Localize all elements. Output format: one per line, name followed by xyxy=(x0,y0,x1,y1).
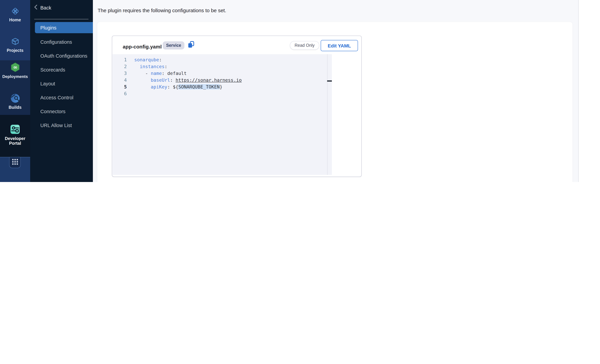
read-only-pill: Read Only xyxy=(290,41,319,50)
plugin-config-card: app-config.yaml Service Read Only Edit Y… xyxy=(97,22,572,182)
sidebar-item-label: URL Allow List xyxy=(40,123,72,128)
sidebar-divider xyxy=(34,19,88,19)
right-rail xyxy=(578,0,600,182)
edit-yaml-button[interactable]: Edit YAML xyxy=(321,40,358,51)
overview-marker xyxy=(327,80,332,82)
sidebar-item-url-allow-list[interactable]: URL Allow List xyxy=(40,123,72,128)
rail-item-home[interactable]: Home xyxy=(0,7,30,22)
developer-portal-icon xyxy=(10,131,20,136)
rail-item-label: Portal xyxy=(0,141,30,146)
home-icon xyxy=(11,12,19,17)
back-label: Back xyxy=(40,5,51,10)
sidebar-item-label: OAuth Configurations xyxy=(40,53,87,59)
service-badge: Service xyxy=(163,41,185,49)
settings-sidebar: Back Plugins Configurations OAuth Config… xyxy=(30,0,93,182)
sidebar-item-access-control[interactable]: Access Control xyxy=(40,95,73,100)
code-line: 4 baseUrl: https://sonar.harness.io xyxy=(112,77,331,83)
sidebar-item-label: Connectors xyxy=(40,109,66,114)
rail-item-label: Developer xyxy=(0,136,30,141)
code-line: 2 instances: xyxy=(112,63,331,70)
code-editor[interactable]: 1sonarqube:2 instances:3 - name: default… xyxy=(112,54,331,175)
sidebar-item-configurations[interactable]: Configurations xyxy=(40,39,72,45)
rail-item-label: Projects xyxy=(0,48,30,53)
copy-icon[interactable] xyxy=(188,41,195,49)
editor-overview-ruler[interactable] xyxy=(328,54,332,175)
sidebar-item-label: Access Control xyxy=(40,95,73,100)
rail-item-builds[interactable]: Builds xyxy=(0,93,30,110)
sidebar-item-layout[interactable]: Layout xyxy=(40,81,55,86)
rail-item-deployments[interactable]: ∞ Deployments xyxy=(0,62,30,79)
module-picker-button[interactable] xyxy=(9,157,21,168)
chevron-left-icon xyxy=(34,4,38,11)
svg-text:∞: ∞ xyxy=(13,64,17,70)
projects-icon xyxy=(11,42,19,47)
sidebar-item-connectors[interactable]: Connectors xyxy=(40,109,66,114)
code-line: 1sonarqube: xyxy=(112,56,331,63)
intro-text: The plugin requires the following config… xyxy=(98,8,226,13)
back-nav-link[interactable]: Back xyxy=(34,4,51,11)
code-line: 3 - name: default xyxy=(112,70,331,77)
yaml-editor-card: app-config.yaml Service Read Only Edit Y… xyxy=(112,36,362,177)
sidebar-item-label: Configurations xyxy=(40,39,72,45)
rail-item-projects[interactable]: Projects xyxy=(0,37,30,53)
sidebar-item-plugins[interactable]: Plugins xyxy=(35,22,93,33)
sidebar-item-scorecards[interactable]: Scorecards xyxy=(40,67,65,73)
sidebar-item-oauth-configurations[interactable]: OAuth Configurations xyxy=(40,53,87,59)
sidebar-item-label: Plugins xyxy=(40,25,56,30)
main-content: The plugin requires the following config… xyxy=(93,0,600,182)
sidebar-item-label: Scorecards xyxy=(40,67,65,73)
code-line: 5 apiKey: ${SONARQUBE_TOKEN} xyxy=(112,83,331,90)
rail-item-label: Builds xyxy=(0,105,30,110)
rail-item-label: Deployments xyxy=(0,74,30,79)
module-rail: Home Projects ∞ Deployments xyxy=(0,0,30,182)
app-window: Home Projects ∞ Deployments xyxy=(0,0,600,182)
file-name: app-config.yaml xyxy=(123,44,162,49)
rail-item-label: Home xyxy=(0,18,30,22)
builds-icon xyxy=(10,99,20,104)
code-line: 6 xyxy=(112,90,331,97)
grid-icon xyxy=(12,159,18,166)
deployments-icon: ∞ xyxy=(10,68,20,73)
code-lines: 1sonarqube:2 instances:3 - name: default… xyxy=(112,56,331,97)
rail-item-developer-portal[interactable]: Developer Portal xyxy=(0,124,30,146)
sidebar-item-label: Layout xyxy=(40,81,55,86)
